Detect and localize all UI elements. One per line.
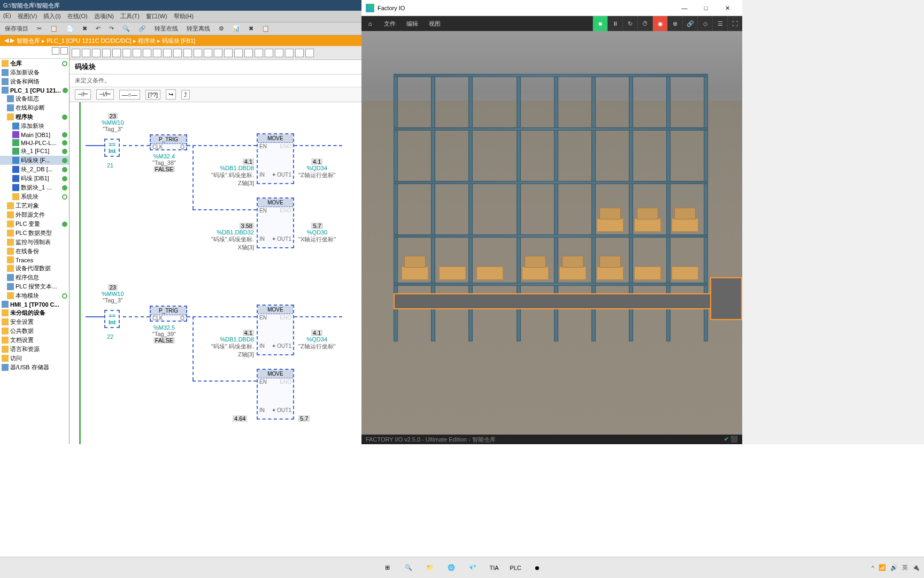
toolbar-button[interactable]: 📄: [64, 24, 76, 34]
toolbar-button[interactable]: ✂: [34, 24, 44, 34]
tree-item[interactable]: 工艺对象: [0, 201, 69, 210]
link-button[interactable]: 🔗: [682, 16, 697, 31]
tree-item[interactable]: 外部源文件: [0, 210, 69, 219]
ladder-network[interactable]: 23%MW10"Tag_3" ==Int 21 P_TRIG CLKQ %M32…: [75, 113, 356, 263]
toolbar-button[interactable]: 🔍: [120, 24, 133, 34]
tray-icon[interactable]: 英: [902, 564, 908, 572]
tree-item[interactable]: 添加新块: [0, 121, 69, 131]
expand-button[interactable]: ⛶: [727, 16, 742, 31]
taskbar-app[interactable]: 💎: [463, 558, 482, 577]
fio-menu-view[interactable]: 视图: [424, 20, 446, 28]
globe-button[interactable]: ⊕: [667, 16, 682, 31]
editor-tool-button[interactable]: [183, 49, 192, 57]
editor-tool-button[interactable]: [82, 49, 90, 57]
toolbar-button[interactable]: 📋: [259, 24, 272, 34]
taskbar-app[interactable]: ⊞: [378, 558, 397, 577]
ladder-op-button[interactable]: ⊣⊢: [75, 89, 91, 100]
move-block[interactable]: MOVE ENENO IN✦ OUT1: [257, 133, 294, 184]
ladder-network[interactable]: 23%MW10"Tag_3" ==Int 22 P_TRIG CLKQ %M32…: [75, 284, 356, 434]
ptrig-block[interactable]: P_TRIG CLKQ: [150, 134, 187, 150]
editor-tool-button[interactable]: [102, 49, 111, 57]
move-block[interactable]: MOVE ENENO IN✦ OUT1: [257, 369, 294, 420]
tree-item[interactable]: 添加新设备: [0, 68, 69, 77]
tree-item[interactable]: 监控与强制表: [0, 238, 69, 247]
menu-item[interactable]: 视图(V): [18, 12, 37, 20]
ladder-op-button[interactable]: [??]: [145, 90, 160, 100]
list-button[interactable]: ☰: [712, 16, 727, 31]
menu-item[interactable]: 在线(O): [67, 12, 88, 20]
editor-tool-button[interactable]: [295, 49, 304, 57]
project-tree[interactable]: 仓库 添加新设备 设备和网络 PLC_1 [CPU 121... 设备组态 在线…: [0, 46, 70, 444]
fio-menu-file[interactable]: 文件: [379, 20, 401, 28]
minimize-button[interactable]: —: [674, 1, 695, 16]
menu-item[interactable]: 工具(T): [120, 12, 140, 20]
taskbar-app[interactable]: 🔍: [399, 558, 418, 577]
tree-item[interactable]: PLC 报警文本...: [0, 282, 69, 291]
toolbar-button[interactable]: ↷: [106, 24, 117, 34]
editor-tool-button[interactable]: [285, 49, 294, 57]
tree-item[interactable]: Traces: [0, 256, 69, 264]
editor-tool-button[interactable]: [133, 49, 141, 57]
tree-item[interactable]: 设备代理数据: [0, 264, 69, 273]
move-block[interactable]: MOVE ENENO IN✦ OUT1: [257, 305, 294, 355]
compare-block[interactable]: ==Int: [104, 310, 120, 328]
tree-item[interactable]: HMI_1 [TP700 C...: [0, 300, 69, 308]
toolbar-button[interactable]: ✖: [80, 24, 90, 34]
tree-item[interactable]: 公共数据: [0, 326, 69, 336]
tree-item[interactable]: 设备组态: [0, 94, 69, 103]
editor-tool-button[interactable]: [214, 49, 222, 57]
editor-tool-button[interactable]: [224, 49, 233, 57]
tree-item[interactable]: Main [OB1]: [0, 131, 69, 139]
toolbar-button[interactable]: 转至在线: [152, 23, 181, 34]
editor-tool-button[interactable]: [153, 49, 161, 57]
tree-item[interactable]: 块_2_DB [...: [0, 165, 69, 174]
toolbar-button[interactable]: ↶: [93, 24, 103, 34]
tree-item[interactable]: 码垛 [DB1]: [0, 174, 69, 183]
system-tray[interactable]: ^📶🔊英🔌: [872, 564, 920, 572]
timer-button[interactable]: ⏱: [637, 16, 652, 31]
play-button[interactable]: ■: [592, 16, 607, 31]
tree-item[interactable]: 访问: [0, 354, 69, 363]
toolbar-button[interactable]: 📊: [230, 24, 243, 34]
tree-item[interactable]: 数据块_1 ...: [0, 183, 69, 192]
tree-item[interactable]: 器/USB 存储器: [0, 363, 69, 372]
tree-item[interactable]: PLC_1 [CPU 121...: [0, 86, 69, 94]
tag-button[interactable]: ◇: [697, 16, 712, 31]
pause-button[interactable]: ⏸: [607, 16, 622, 31]
tray-icon[interactable]: 🔊: [890, 564, 898, 571]
menu-item[interactable]: (E): [3, 12, 11, 20]
toolbar-button[interactable]: 转至离线: [184, 23, 213, 34]
editor-tool-button[interactable]: [275, 49, 283, 57]
home-button[interactable]: ⌂: [361, 20, 379, 27]
tree-item[interactable]: PLC 变量: [0, 219, 69, 229]
tree-item[interactable]: 安全设置: [0, 317, 69, 326]
tree-item[interactable]: 块_1 [FC1]: [0, 147, 69, 156]
editor-tool-button[interactable]: [122, 49, 131, 57]
editor-tool-button[interactable]: [255, 49, 263, 57]
tree-item[interactable]: 码垛块 [F...: [0, 156, 69, 165]
editor-tool-button[interactable]: [194, 49, 202, 57]
menu-item[interactable]: 选项(N): [94, 12, 114, 20]
ptrig-block[interactable]: P_TRIG CLKQ: [150, 306, 187, 322]
ladder-area[interactable]: 23%MW10"Tag_3" ==Int 21 P_TRIG CLKQ %M32…: [70, 102, 361, 444]
taskbar-app[interactable]: PLC: [506, 558, 525, 577]
tree-item[interactable]: 程序块: [0, 112, 69, 121]
editor-tool-button[interactable]: [163, 49, 172, 57]
toolbar-button[interactable]: 📋: [48, 24, 60, 34]
menu-item[interactable]: 帮助(H): [174, 12, 194, 20]
tree-item[interactable]: 仓库: [0, 59, 69, 68]
tree-item[interactable]: 未分组的设备: [0, 308, 69, 317]
menu-item[interactable]: 窗口(W): [146, 12, 167, 20]
tree-item[interactable]: MHJ-PLC-L...: [0, 139, 69, 147]
editor-tool-button[interactable]: [305, 49, 314, 57]
fio-menu-edit[interactable]: 编辑: [401, 20, 424, 28]
ladder-op-button[interactable]: ⊣/⊢: [96, 89, 114, 100]
editor-tool-button[interactable]: [143, 49, 151, 57]
toolbar-button[interactable]: ⚙: [216, 24, 227, 34]
editor-tool-button[interactable]: [265, 49, 273, 57]
maximize-button[interactable]: □: [695, 1, 717, 16]
taskbar-app[interactable]: ⏺: [527, 558, 546, 577]
ladder-op-button[interactable]: —○—: [119, 90, 140, 100]
editor-tool-button[interactable]: [72, 49, 80, 57]
editor-tool-button[interactable]: [244, 49, 253, 57]
